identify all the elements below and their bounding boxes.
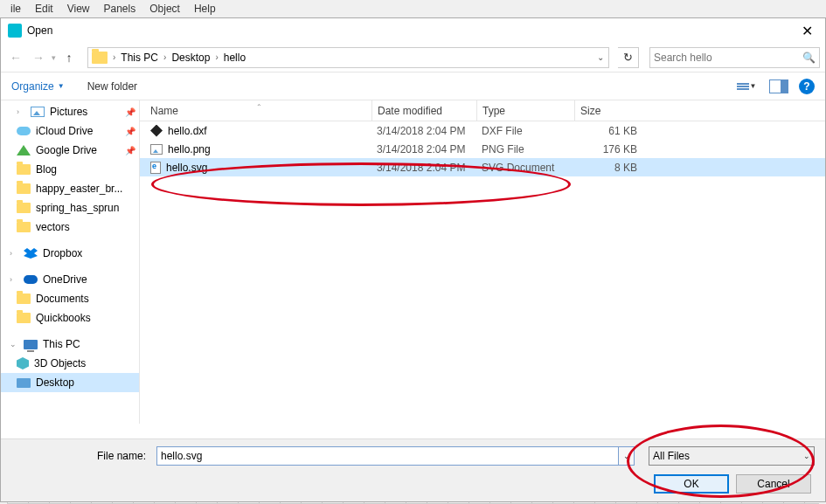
dialog-footer: File name: ⌄ All Files ⌄ OK Cancel — [1, 438, 825, 501]
file-size: 61 KB — [574, 125, 644, 137]
close-button[interactable]: ✕ — [796, 23, 818, 39]
sidebar-item-3d-objects[interactable]: 3D Objects — [1, 354, 139, 373]
forward-button[interactable]: → — [29, 48, 48, 67]
breadcrumb-sep[interactable]: › — [162, 52, 168, 62]
sidebar-item-spring[interactable]: spring_has_sprun — [1, 198, 139, 217]
sidebar-item-label: Desktop — [36, 376, 135, 389]
png-file-icon — [150, 144, 163, 155]
desktop-icon — [17, 378, 31, 388]
help-button[interactable]: ? — [799, 79, 815, 94]
sidebar-item-label: Blog — [36, 163, 135, 176]
sidebar-item-onedrive[interactable]: ›OneDrive — [1, 270, 139, 289]
sidebar-item-label: Documents — [36, 293, 135, 305]
file-type-filter[interactable]: All Files ⌄ — [649, 446, 815, 466]
pin-icon: 📌 — [125, 107, 135, 117]
sidebar-item-pictures[interactable]: ›Pictures📌 — [1, 102, 139, 121]
sidebar-item-easter[interactable]: happy_easter_br... — [1, 179, 139, 198]
refresh-button[interactable]: ↻ — [618, 47, 639, 68]
expand-icon[interactable]: › — [10, 275, 18, 284]
up-button[interactable]: ↑ — [59, 48, 79, 67]
preview-pane-button[interactable] — [769, 79, 788, 93]
expand-icon[interactable]: ⌄ — [10, 340, 18, 349]
file-date: 3/14/2018 2:04 PM — [371, 125, 476, 137]
back-button[interactable]: ← — [6, 48, 25, 67]
breadcrumb-desktop[interactable]: Desktop — [168, 52, 213, 64]
sidebar-item-label: Dropbox — [43, 247, 135, 259]
menu-file[interactable]: ile — [3, 1, 28, 17]
file-name-dropdown[interactable]: ⌄ — [619, 446, 635, 466]
search-input[interactable] — [654, 52, 802, 64]
breadcrumb-this-pc[interactable]: This PC — [117, 52, 162, 64]
folder-icon — [92, 52, 108, 64]
search-box[interactable]: 🔍 — [649, 47, 820, 68]
history-dropdown[interactable]: ▾ — [52, 53, 56, 62]
menu-edit[interactable]: Edit — [28, 1, 60, 17]
sidebar-item-label: Google Drive — [36, 144, 120, 156]
file-name-combo[interactable]: ⌄ — [156, 446, 635, 466]
dialog-title: Open — [27, 24, 796, 37]
sidebar-item-desktop[interactable]: Desktop — [1, 373, 139, 392]
menu-object[interactable]: Object — [142, 1, 187, 17]
file-type: SVG Document — [476, 162, 574, 174]
sidebar-item-blog[interactable]: Blog — [1, 160, 139, 179]
sidebar-item-this-pc[interactable]: ⌄This PC — [1, 335, 139, 354]
menu-help[interactable]: Help — [187, 1, 223, 17]
column-date[interactable]: Date modified — [371, 100, 476, 121]
sidebar-item-gdrive[interactable]: Google Drive📌 — [1, 141, 139, 160]
breadcrumb-hello[interactable]: hello — [220, 52, 249, 64]
expand-icon[interactable]: › — [17, 107, 25, 116]
folder-icon — [17, 222, 31, 232]
sidebar-item-label: Quickbooks — [36, 312, 135, 324]
file-row[interactable]: hello.svg 3/14/2018 2:04 PM SVG Document… — [140, 158, 825, 176]
sidebar-item-vectors[interactable]: vectors — [1, 217, 139, 237]
view-options-button[interactable]: ▼ — [734, 78, 759, 95]
menu-view[interactable]: View — [60, 1, 97, 17]
sidebar-item-label: Pictures — [50, 106, 120, 118]
pin-icon: 📌 — [125, 127, 135, 136]
organize-menu[interactable]: Organize ▼ — [11, 80, 66, 93]
column-label: Name — [150, 105, 178, 117]
breadcrumb-sep[interactable]: › — [213, 52, 219, 62]
cancel-button[interactable]: Cancel — [736, 474, 811, 494]
column-name[interactable]: Name⌃ — [140, 105, 371, 117]
folder-icon — [17, 183, 31, 194]
filter-label: All Files — [653, 450, 803, 462]
list-icon — [737, 83, 749, 90]
breadcrumb-sep[interactable]: › — [111, 52, 117, 62]
sidebar-item-dropbox[interactable]: ›Dropbox — [1, 244, 139, 263]
file-name: hello.svg — [166, 162, 207, 174]
file-size: 8 KB — [574, 162, 644, 174]
menu-panels[interactable]: Panels — [97, 1, 143, 17]
sidebar-item-label: iCloud Drive — [36, 125, 120, 137]
file-type: PNG File — [476, 143, 574, 155]
pc-icon — [24, 340, 38, 349]
folder-icon — [17, 313, 31, 323]
file-row[interactable]: hello.png 3/14/2018 2:04 PM PNG File 176… — [140, 140, 825, 158]
file-type: DXF File — [476, 125, 574, 137]
ok-button[interactable]: OK — [654, 474, 729, 494]
sidebar-item-quickbooks[interactable]: Quickbooks — [1, 308, 139, 328]
organize-label: Organize — [11, 80, 54, 93]
address-bar[interactable]: › This PC › Desktop › hello ⌄ — [87, 47, 609, 68]
sidebar-item-documents[interactable]: Documents — [1, 289, 139, 308]
sidebar-item-icloud[interactable]: iCloud Drive📌 — [1, 121, 139, 141]
search-icon: 🔍 — [802, 52, 816, 64]
sidebar-item-label: happy_easter_br... — [36, 183, 135, 195]
new-folder-button[interactable]: New folder — [87, 80, 137, 93]
svg-file-icon — [150, 162, 161, 174]
expand-icon[interactable]: › — [10, 249, 18, 258]
column-type[interactable]: Type — [476, 100, 574, 121]
breadcrumb: › This PC › Desktop › hello — [111, 52, 593, 64]
sidebar-item-label: 3D Objects — [34, 357, 135, 369]
folder-icon — [17, 293, 31, 304]
titlebar: Open ✕ — [1, 18, 825, 43]
chevron-down-icon: ▼ — [750, 82, 757, 90]
file-row[interactable]: hello.dxf 3/14/2018 2:04 PM DXF File 61 … — [140, 121, 825, 140]
toolbar: Organize ▼ New folder ▼ ? — [1, 72, 825, 100]
file-name-input[interactable] — [156, 446, 619, 466]
sidebar-item-label: spring_has_sprun — [36, 202, 135, 214]
onedrive-icon — [24, 275, 38, 284]
address-dropdown[interactable]: ⌄ — [593, 52, 608, 62]
app-icon — [8, 24, 22, 38]
column-size[interactable]: Size — [574, 100, 644, 121]
